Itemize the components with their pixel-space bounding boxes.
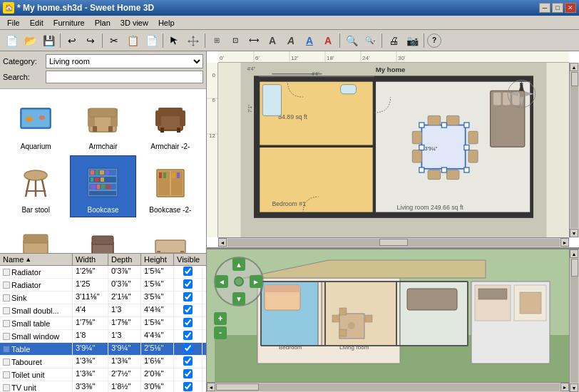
table-row-selected[interactable]: Table 3'9¼" 3'9¼" 2'5⅛": [0, 343, 206, 356]
copy-button[interactable]: 📋: [124, 32, 141, 49]
add-room[interactable]: ⊡: [227, 32, 244, 49]
floorplan-canvas[interactable]: My home 4'4": [218, 63, 569, 237]
menu-help[interactable]: Help: [154, 17, 179, 29]
furniture-label-bookcase2: Bookcase -2-: [149, 206, 191, 214]
floor-plan-area[interactable]: 0' 6' 12' 18' 24' 30' 0: [207, 51, 579, 249]
furniture-item-chair[interactable]: Chair: [3, 219, 68, 253]
search-input[interactable]: [46, 71, 203, 83]
svg-rect-92: [446, 115, 459, 125]
col-name[interactable]: Name ▲: [0, 254, 73, 265]
paste-button[interactable]: 📄: [143, 32, 160, 49]
table-row[interactable]: Tabouret 1'3¾" 1'3¾" 1'6⅛": [0, 356, 206, 368]
scroll-right-3d[interactable]: ►: [560, 383, 569, 391]
new-button[interactable]: 📄: [3, 32, 20, 49]
visible-check-8[interactable]: [183, 369, 193, 378]
svg-text:3'9¼": 3'9¼": [425, 146, 438, 151]
visible-check-7[interactable]: [183, 356, 193, 366]
col-depth[interactable]: Depth: [108, 254, 141, 265]
col-height[interactable]: Height: [141, 254, 174, 265]
svg-rect-33: [97, 185, 100, 189]
add-text[interactable]: A: [264, 32, 281, 49]
menu-plan[interactable]: Plan: [91, 17, 115, 29]
table-row[interactable]: Small window 1'8 1'3 4'4¾": [0, 330, 206, 343]
visible-check-9[interactable]: [183, 382, 193, 391]
svg-rect-129: [265, 285, 300, 292]
zoom-in[interactable]: 🔍: [343, 32, 360, 49]
add-dimension[interactable]: ⟷: [245, 32, 262, 49]
zoom-out[interactable]: 🔍-: [362, 32, 379, 49]
furniture-item-aquarium[interactable]: Aquarium: [3, 92, 68, 154]
text-color[interactable]: A: [301, 32, 318, 49]
add-wall[interactable]: ⊞: [208, 32, 225, 49]
visible-check-5[interactable]: [183, 331, 193, 340]
scroll-thumb-h[interactable]: [379, 239, 408, 246]
redo-button[interactable]: ↪: [82, 32, 99, 49]
minimize-button[interactable]: ─: [539, 3, 550, 13]
scroll-down-3d[interactable]: ▼: [570, 383, 578, 392]
table-row[interactable]: Radiator 1'2⅝" 0'3⅞" 1'5¾": [0, 266, 206, 279]
cut-button[interactable]: ✂: [106, 32, 123, 49]
furniture-item-armchair2[interactable]: Armchair -2-: [138, 92, 203, 154]
scroll-left-btn[interactable]: ◄: [218, 238, 227, 247]
furniture-item-chair2[interactable]: Chair -2-: [70, 219, 135, 253]
table-row[interactable]: Small doubl... 4'4 1'3 4'4¾": [0, 304, 206, 317]
close-button[interactable]: ✕: [565, 3, 576, 13]
pan-tool[interactable]: [185, 32, 202, 49]
scroll-down-btn[interactable]: ▼: [570, 229, 578, 237]
save-button[interactable]: 💾: [40, 32, 57, 49]
help-button[interactable]: ?: [427, 33, 441, 48]
scroll-right-btn[interactable]: ►: [560, 238, 569, 247]
table-row[interactable]: Radiator 1'25 0'3⅞" 1'5¾": [0, 279, 206, 292]
visible-check-0[interactable]: [183, 267, 193, 276]
v-scrollbar-3d[interactable]: ▲ ▼: [569, 249, 579, 392]
table-row[interactable]: TV unit 3'3⅜" 1'8½" 3'0⅝": [0, 381, 206, 392]
table-row[interactable]: Sink 3'11⅛" 2'1⅛" 3'5¾": [0, 292, 206, 304]
menu-file[interactable]: File: [3, 17, 24, 29]
title-bar: 🏠 * My home.sh3d - Sweet Home 3D ─ □ ✕: [0, 0, 579, 16]
nav-right-btn[interactable]: ►: [250, 275, 262, 288]
3d-zoom-out-btn[interactable]: -: [214, 326, 227, 339]
furniture-item-armchair[interactable]: Armchair: [70, 92, 135, 154]
scroll-thumb-v[interactable]: [571, 72, 578, 86]
undo-button[interactable]: ↩: [63, 32, 81, 49]
table-row[interactable]: Toilet unit 1'3¾" 2'7½" 2'0⅜": [0, 368, 206, 381]
menu-furniture[interactable]: Furniture: [49, 17, 89, 29]
select-tool[interactable]: [166, 32, 183, 49]
h-scrollbar-3d[interactable]: ◄ ►: [207, 382, 569, 392]
maximize-button[interactable]: □: [552, 3, 563, 13]
print-button[interactable]: 🖨: [385, 32, 402, 49]
nav-left-btn[interactable]: ◄: [215, 275, 228, 288]
furniture-item-bookcase[interactable]: Bookcase: [70, 155, 135, 217]
category-select[interactable]: Living room Bedroom Kitchen Bathroom Off…: [46, 54, 203, 68]
svg-rect-41: [163, 172, 166, 178]
svg-rect-110: [503, 93, 511, 105]
nav-down-btn[interactable]: ▼: [232, 292, 245, 305]
visible-check-2[interactable]: [183, 292, 193, 301]
view-3d-area[interactable]: Bedroom Living room ▲ ▼ ◄ ►: [207, 249, 579, 392]
text-style[interactable]: A: [282, 32, 299, 49]
h-scrollbar[interactable]: ◄ ►: [218, 237, 569, 247]
scroll-up-btn[interactable]: ▲: [570, 63, 578, 71]
photo-button[interactable]: 📷: [404, 32, 421, 49]
visible-check-6[interactable]: [183, 344, 193, 353]
table-row[interactable]: Small table 1'7⅝" 1'7⅝" 1'5¾": [0, 317, 206, 330]
scroll-up-3d[interactable]: ▲: [570, 249, 578, 258]
scroll-left-3d[interactable]: ◄: [207, 383, 215, 391]
left-panel: Category: Living room Bedroom Kitchen Ba…: [0, 51, 207, 392]
col-width[interactable]: Width: [73, 254, 108, 265]
furniture-item-coffeetable[interactable]: Coffee table: [138, 219, 203, 253]
visible-check-1[interactable]: [183, 279, 193, 289]
menu-edit[interactable]: Edit: [26, 17, 48, 29]
3d-zoom-in-btn[interactable]: +: [214, 312, 227, 325]
visible-check-4[interactable]: [183, 318, 193, 327]
v-scrollbar[interactable]: ▲ ▼: [569, 63, 579, 237]
furniture-item-barstool[interactable]: Bar stool: [3, 155, 68, 217]
nav-up-btn[interactable]: ▲: [232, 258, 245, 271]
visible-check-3[interactable]: [183, 305, 193, 314]
furniture-item-bookcase2[interactable]: Bookcase -2-: [138, 155, 203, 217]
svg-text:0: 0: [212, 72, 216, 78]
furniture-label-armchair2: Armchair -2-: [150, 143, 190, 150]
menu-3dview[interactable]: 3D view: [116, 17, 153, 29]
open-button[interactable]: 📂: [21, 32, 39, 49]
text-bg[interactable]: A: [319, 32, 337, 49]
